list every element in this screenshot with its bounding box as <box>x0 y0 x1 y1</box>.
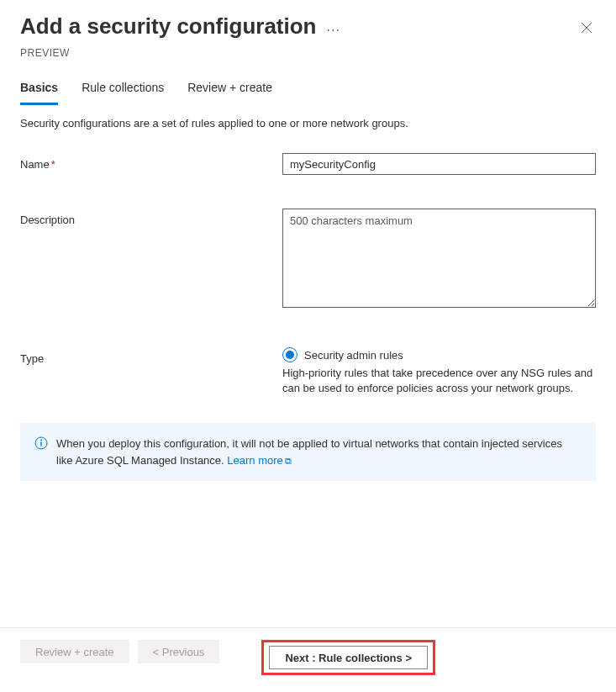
external-link-icon: ⧉ <box>285 456 292 466</box>
form-row-name: Name* <box>0 146 616 182</box>
description-textarea[interactable] <box>282 209 596 308</box>
radio-label: Security admin rules <box>304 349 403 362</box>
info-text: When you deploy this configuration, it w… <box>56 436 582 468</box>
svg-rect-4 <box>40 442 41 446</box>
review-create-button[interactable]: Review + create <box>20 640 129 663</box>
tabs-container: Basics Rule collections Review + create <box>0 74 616 105</box>
form-row-description: Description <box>0 202 616 317</box>
radio-security-admin-rules[interactable]: Security admin rules <box>282 347 596 362</box>
required-indicator: * <box>51 158 55 171</box>
next-button-highlight: Next : Rule collections > <box>261 640 435 675</box>
next-button[interactable]: Next : Rule collections > <box>269 646 428 669</box>
form-row-type: Type Security admin rules High-priority … <box>0 341 616 403</box>
tab-basics[interactable]: Basics <box>20 74 58 105</box>
svg-point-3 <box>40 440 42 441</box>
learn-more-link[interactable]: Learn more⧉ <box>227 454 291 467</box>
type-description: High-priority rules that take precedence… <box>282 366 596 396</box>
preview-label: PREVIEW <box>0 47 616 74</box>
radio-icon <box>282 347 297 362</box>
footer-actions: Review + create < Previous Next : Rule c… <box>0 627 616 692</box>
name-label: Name* <box>20 153 282 171</box>
page-title: Add a security configuration <box>20 13 317 40</box>
close-icon[interactable] <box>577 18 596 40</box>
panel-header: Add a security configuration ··· <box>0 0 616 47</box>
more-icon[interactable]: ··· <box>327 16 340 38</box>
info-box: When you deploy this configuration, it w… <box>20 423 596 481</box>
description-label: Description <box>20 209 282 226</box>
type-label: Type <box>20 347 282 365</box>
tab-rule-collections[interactable]: Rule collections <box>82 74 164 105</box>
tab-review-create[interactable]: Review + create <box>187 74 272 105</box>
name-input[interactable] <box>282 153 596 175</box>
previous-button[interactable]: < Previous <box>138 640 220 663</box>
info-icon <box>34 436 48 450</box>
page-description: Security configurations are a set of rul… <box>0 105 616 146</box>
